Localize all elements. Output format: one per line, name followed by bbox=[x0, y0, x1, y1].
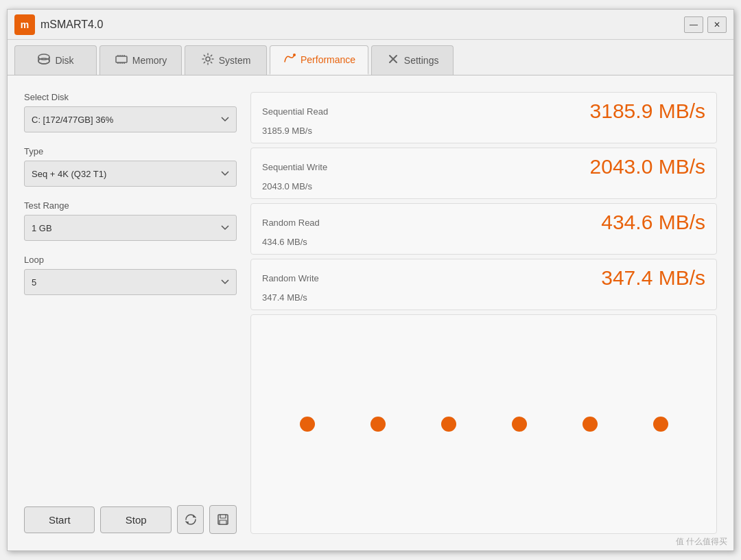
tab-memory-label: Memory bbox=[132, 55, 167, 66]
loop-label: Loop bbox=[24, 255, 237, 265]
start-button[interactable]: Start bbox=[24, 506, 95, 533]
tab-settings[interactable]: Settings bbox=[371, 45, 454, 75]
save-icon bbox=[216, 513, 230, 526]
refresh-icon bbox=[184, 513, 198, 526]
tab-settings-label: Settings bbox=[404, 55, 439, 66]
app-title: mSMART4.0 bbox=[40, 19, 103, 31]
left-panel: Select Disk C: [172/477GB] 36% Type Seq … bbox=[24, 92, 237, 534]
loop-select[interactable]: 5 bbox=[24, 269, 237, 295]
seq-write-label: Sequential Write bbox=[262, 162, 327, 172]
metric-seq-write-top: Sequential Write 2043.0 MB/s bbox=[262, 155, 705, 178]
dot-4 bbox=[512, 417, 527, 432]
metric-rand-write-top: Random Write 347.4 MB/s bbox=[262, 266, 705, 290]
disk-select-group: Select Disk C: [172/477GB] 36% bbox=[24, 92, 237, 132]
type-select-group: Type Seq + 4K (Q32 T1) bbox=[24, 146, 237, 187]
seq-read-sub: 3185.9 MB/s bbox=[262, 124, 705, 136]
performance-icon bbox=[283, 51, 296, 68]
svg-rect-14 bbox=[220, 515, 226, 518]
rand-write-sub: 347.4 MB/s bbox=[262, 291, 705, 303]
main-window: m mSMART4.0 — ✕ Disk bbox=[7, 9, 734, 551]
app-logo: m bbox=[14, 14, 35, 35]
type-label: Type bbox=[24, 146, 237, 156]
seq-read-label: Sequential Read bbox=[262, 106, 328, 117]
test-range-label: Test Range bbox=[24, 200, 237, 211]
disk-select[interactable]: C: [172/477GB] 36% bbox=[24, 106, 237, 132]
metric-rand-read: Random Read 434.6 MB/s 434.6 MB/s bbox=[250, 203, 717, 255]
tab-performance-label: Performance bbox=[301, 54, 355, 65]
stop-button[interactable]: Stop bbox=[100, 506, 171, 533]
tab-bar: Disk Memory bbox=[8, 40, 733, 75]
disk-select-label: Select Disk bbox=[24, 92, 237, 102]
rand-write-value: 347.4 MB/s bbox=[601, 266, 705, 290]
dot-2 bbox=[370, 417, 386, 432]
dot-6 bbox=[653, 417, 668, 432]
refresh-button[interactable] bbox=[177, 505, 204, 534]
seq-read-value: 3185.9 MB/s bbox=[590, 100, 705, 123]
logo-letter: m bbox=[21, 19, 29, 30]
settings-icon bbox=[386, 52, 400, 69]
svg-rect-2 bbox=[116, 56, 127, 62]
metric-rand-write: Random Write 347.4 MB/s 347.4 MB/s bbox=[250, 259, 717, 310]
seq-write-sub: 2043.0 MB/s bbox=[262, 180, 705, 191]
metric-rand-read-top: Random Read 434.6 MB/s bbox=[262, 211, 705, 234]
seq-write-value: 2043.0 MB/s bbox=[590, 155, 705, 178]
save-button[interactable] bbox=[209, 505, 237, 534]
rand-read-value: 434.6 MB/s bbox=[601, 211, 705, 234]
title-bar-right: — ✕ bbox=[684, 16, 727, 33]
tab-system[interactable]: System bbox=[185, 45, 267, 75]
tab-disk[interactable]: Disk bbox=[14, 45, 97, 75]
test-range-group: Test Range 1 GB bbox=[24, 200, 237, 241]
dot-1 bbox=[300, 417, 315, 432]
watermark: 值 什么值得买 bbox=[676, 536, 727, 548]
metric-seq-read: Sequential Read 3185.9 MB/s 3185.9 MB/s bbox=[250, 92, 717, 143]
metric-seq-write: Sequential Write 2043.0 MB/s 2043.0 MB/s bbox=[250, 148, 717, 199]
disk-icon bbox=[37, 52, 51, 69]
type-select[interactable]: Seq + 4K (Q32 T1) bbox=[24, 161, 237, 187]
dot-3 bbox=[441, 417, 456, 432]
loop-group: Loop 5 bbox=[24, 255, 237, 295]
tab-memory[interactable]: Memory bbox=[99, 45, 182, 75]
main-content: Select Disk C: [172/477GB] 36% Type Seq … bbox=[8, 75, 733, 550]
svg-point-12 bbox=[293, 54, 296, 56]
rand-read-label: Random Read bbox=[262, 218, 320, 228]
bottom-controls: Start Stop bbox=[24, 491, 237, 534]
tab-disk-label: Disk bbox=[55, 55, 73, 66]
dot-5 bbox=[583, 417, 598, 432]
test-range-select[interactable]: 1 GB bbox=[24, 215, 237, 241]
dots-panel bbox=[250, 314, 717, 534]
memory-icon bbox=[115, 52, 128, 69]
minimize-button[interactable]: — bbox=[684, 16, 703, 33]
tab-performance[interactable]: Performance bbox=[270, 45, 368, 75]
svg-rect-15 bbox=[220, 520, 226, 524]
close-button[interactable]: ✕ bbox=[707, 16, 727, 33]
metric-seq-read-top: Sequential Read 3185.9 MB/s bbox=[262, 100, 705, 123]
svg-point-11 bbox=[206, 57, 210, 61]
title-bar-left: m mSMART4.0 bbox=[14, 14, 103, 35]
system-icon bbox=[201, 52, 215, 69]
svg-point-1 bbox=[38, 58, 49, 64]
right-panel: Sequential Read 3185.9 MB/s 3185.9 MB/s … bbox=[250, 92, 717, 534]
tab-system-label: System bbox=[219, 55, 251, 66]
rand-read-sub: 434.6 MB/s bbox=[262, 235, 705, 247]
title-bar: m mSMART4.0 — ✕ bbox=[8, 10, 733, 40]
rand-write-label: Random Write bbox=[262, 273, 319, 283]
